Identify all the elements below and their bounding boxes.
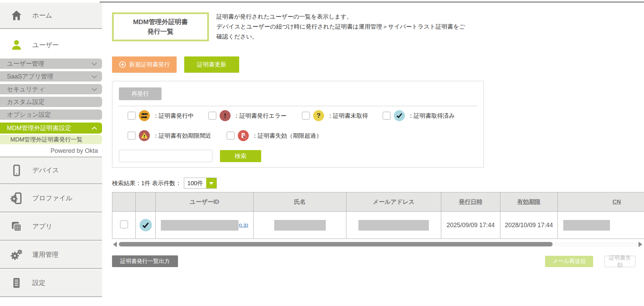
- sidebar-item-security[interactable]: セキュリティ: [0, 84, 102, 94]
- sidebar-item-option-settings[interactable]: オプション設定: [0, 109, 102, 120]
- filter-item-cert-issuing: ：証明書発行中: [127, 110, 194, 122]
- sort-issued-at[interactable]: 発行日時: [459, 199, 482, 205]
- filter-item-label: ：証明書取得済み: [408, 112, 455, 120]
- sidebar-item-operations[interactable]: 運用管理: [0, 241, 102, 269]
- search-button[interactable]: 検索: [220, 150, 261, 162]
- cert-expiring-checkbox[interactable]: [127, 131, 136, 140]
- cert-revoked-icon: [238, 130, 249, 141]
- sidebar-item-label: ユーザー: [32, 41, 59, 50]
- button-label: 新規証明書発行: [129, 61, 170, 68]
- filter-item-label: ：証明書発行エラー: [234, 112, 287, 120]
- sidebar-item-saas-app-management[interactable]: SaaSアプリ管理: [0, 71, 102, 82]
- button-label: メール再送信: [553, 258, 586, 265]
- page-title-line1: MDM管理外証明書: [133, 17, 188, 27]
- sidebar-item-user-management[interactable]: ユーザー管理: [0, 59, 102, 69]
- results-row: 検索結果：1件 表示件数： 100件: [112, 178, 217, 189]
- page-title-line2: 発行一覧: [147, 27, 174, 36]
- sidebar-item-apps[interactable]: アプリ: [0, 213, 102, 241]
- sidebar-item-mdm-external-cert-settings[interactable]: MDM管理外証明書設定: [0, 123, 102, 134]
- scrollbar-thumb[interactable]: [119, 242, 553, 246]
- filter-panel: 再発行 ：証明書発行中 ：証明書発行エラー ?: [112, 81, 484, 168]
- export-cert-list-button[interactable]: 証明書発行一覧出力: [112, 255, 178, 267]
- header-email: メールアドレス: [346, 192, 441, 212]
- sidebar-item-home[interactable]: ホーム: [0, 3, 102, 29]
- scroll-right-arrow[interactable]: [639, 242, 642, 247]
- cert-not-acquired-icon: ?: [313, 110, 324, 121]
- filter-item-label: ：証明書失効（期限超過）: [252, 132, 322, 140]
- sidebar-subitem-label: ユーザー管理: [7, 60, 44, 68]
- search-input[interactable]: [119, 150, 212, 162]
- sort-expires-at[interactable]: 有効期限: [517, 199, 541, 205]
- header-name: 氏名: [254, 192, 346, 212]
- issued-at-value: 2025/09/09 17:44: [441, 212, 500, 239]
- page-size-value: 100件: [184, 179, 206, 187]
- description-line: デバイスとユーザーの紐づけ時に発行された証明書は運用管理＞サイバートラスト証明書…: [216, 22, 491, 32]
- sidebar-subitem-label: MDM管理外証明書発行一覧: [10, 136, 83, 144]
- sidebar-item-label: デバイス: [32, 166, 59, 175]
- page-size-select[interactable]: 100件: [184, 178, 216, 189]
- sidebar-item-settings[interactable]: 設定: [0, 270, 102, 297]
- sidebar-item-mdm-external-cert-list[interactable]: MDM管理外証明書発行一覧: [0, 135, 102, 144]
- plus-circle-icon: [119, 61, 126, 68]
- redacted-cn: [563, 220, 610, 231]
- powered-by-okta-label: Powered by Okta: [0, 147, 98, 155]
- chevron-down-icon: [91, 86, 97, 93]
- new-certificate-button[interactable]: 新規証明書発行: [112, 56, 177, 73]
- dropdown-arrow-icon: [206, 178, 216, 188]
- scrollbar-track[interactable]: [118, 242, 637, 247]
- sidebar-item-label: 運用管理: [32, 250, 58, 259]
- sidebar-subitem-label: セキュリティ: [7, 85, 45, 93]
- sidebar-item-devices[interactable]: デバイス: [0, 157, 102, 184]
- sidebar-item-custom-settings[interactable]: カスタム設定: [0, 97, 102, 107]
- redacted-email: [358, 220, 429, 231]
- reissue-button[interactable]: 再発行: [119, 87, 162, 100]
- sidebar-item-label: 設定: [32, 278, 45, 287]
- header-user-id: ユーザーID: [156, 192, 254, 212]
- row-checkbox[interactable]: [120, 220, 128, 229]
- header-issued-at: 発行日時: [441, 192, 500, 212]
- horizontal-scrollbar: [113, 242, 642, 247]
- page-title: MDM管理外証明書 発行一覧: [112, 12, 209, 41]
- top-divider: [100, 1, 644, 3]
- button-label: 証明書失効: [607, 254, 633, 269]
- cert-issuing-checkbox[interactable]: [127, 112, 136, 120]
- resend-mail-button[interactable]: メール再送信: [545, 256, 593, 267]
- certificate-table: ユーザーID 氏名 メールアドレス 発行日時 有効期限 CN: [112, 192, 644, 240]
- cert-revoked-checkbox[interactable]: [226, 131, 235, 140]
- sort-cn[interactable]: CN: [612, 199, 621, 205]
- filter-item-cert-not-acquired: ? ：証明書未取得: [302, 110, 368, 122]
- filter-item-cert-revoked: ：証明書失効（期限超過）: [226, 130, 322, 141]
- table-header-row: ユーザーID 氏名 メールアドレス 発行日時 有効期限 CN: [112, 192, 644, 212]
- table-row: o.jp 2025/09/09 17:44 2028/10/09 17:44: [112, 212, 644, 239]
- cert-error-checkbox[interactable]: [208, 112, 216, 120]
- filter-item-label: ：証明書未取得: [327, 112, 368, 120]
- filter-item-cert-expiring: ：証明書有効期限間近: [127, 130, 211, 141]
- row-status-cert-acquired-icon: [140, 219, 152, 231]
- sidebar-item-user[interactable]: ユーザー: [0, 34, 102, 56]
- user-id-link[interactable]: o.jp: [239, 222, 248, 229]
- redacted-user-id: [161, 220, 238, 231]
- scroll-left-arrow[interactable]: [113, 242, 117, 247]
- sidebar-subitem-label: オプション設定: [7, 110, 51, 119]
- document-lines-icon: [10, 276, 23, 290]
- home-icon: [10, 9, 23, 22]
- results-summary: 検索結果：1件 表示件数：: [112, 179, 181, 187]
- filter-item-label: ：証明書発行中: [153, 112, 194, 120]
- renew-certificate-button[interactable]: 証明書更新: [184, 56, 239, 73]
- sidebar-subitem-label: MDM管理外証明書設定: [7, 124, 71, 132]
- gears-icon: [10, 248, 23, 262]
- header-status-column: [136, 192, 156, 212]
- expires-at-value: 2028/10/09 17:44: [500, 212, 558, 239]
- main-content: MDM管理外証明書 発行一覧 証明書が発行されたユーザーの一覧を表示します。 デ…: [102, 0, 644, 306]
- cert-acquired-checkbox[interactable]: [382, 112, 391, 120]
- sidebar: ホーム ユーザー ユーザー管理 SaaSアプリ管理 セキュリティ カスタム設定 …: [0, 0, 102, 306]
- sidebar-item-profiles[interactable]: プロファイル: [0, 185, 102, 212]
- chevron-up-icon: [91, 125, 97, 132]
- sidebar-subitem-label: カスタム設定: [7, 98, 45, 106]
- sidebar-item-label: ホーム: [32, 11, 52, 20]
- revoke-cert-button[interactable]: 証明書失効: [604, 256, 635, 267]
- button-label: 再発行: [132, 90, 149, 98]
- user-icon: [10, 38, 23, 52]
- chevron-down-icon: [91, 60, 97, 67]
- cert-not-acquired-checkbox[interactable]: [302, 112, 310, 120]
